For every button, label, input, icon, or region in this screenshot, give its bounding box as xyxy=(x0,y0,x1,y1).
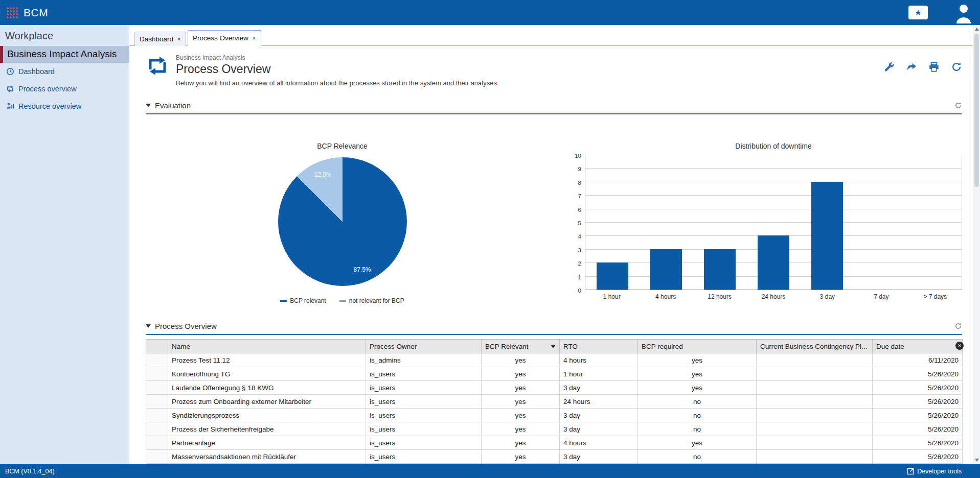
cell-due: 5/26/2020 xyxy=(873,436,963,450)
cell-due: 5/26/2020 xyxy=(873,367,963,381)
x-tick-label: 4 hours xyxy=(639,293,692,300)
table-row[interactable]: Kontoeröffnung TGis_usersyes1 houryes5/2… xyxy=(146,367,963,381)
process-table-wrap: Name Process Owner BCP Relevant RTO BCP … xyxy=(146,339,962,464)
cell-name: Prozess zum Onboarding externer Mitarbei… xyxy=(168,395,366,409)
table-close-icon[interactable]: ✕ xyxy=(955,342,964,350)
column-header-label: BCP Relevant xyxy=(485,343,529,350)
y-tick-label: 9 xyxy=(578,166,581,172)
row-handle[interactable] xyxy=(146,395,168,409)
tab-process-overview[interactable]: Process Overview × xyxy=(188,30,261,46)
x-tick-label: 24 hours xyxy=(746,293,800,300)
sidebar: Workplace Business Impact Analysis Dashb… xyxy=(0,25,129,464)
column-header-owner[interactable]: Process Owner xyxy=(366,340,482,353)
bar[interactable] xyxy=(704,249,736,290)
evaluation-section-header: Evaluation xyxy=(146,101,962,114)
pie-chart-title: BCP Relevance xyxy=(146,142,539,150)
share-forward-icon[interactable] xyxy=(906,61,917,73)
column-header-rto[interactable]: RTO xyxy=(560,340,638,353)
page-description: Below you will find an overview of all i… xyxy=(176,79,499,87)
cell-rto: 3 day xyxy=(560,422,638,436)
column-header-bcp-relevant[interactable]: BCP Relevant xyxy=(482,340,560,353)
tab-close-icon[interactable]: × xyxy=(177,36,181,43)
pie-chart-block: BCP Relevance 12.5% 87.5% BCP relevant n… xyxy=(146,142,539,304)
cell-cbcp xyxy=(757,450,873,464)
column-header-handle[interactable] xyxy=(146,340,168,353)
table-row[interactable]: Partneranlageis_usersyes4 hoursyes5/26/2… xyxy=(146,436,963,450)
scroll-up-icon[interactable] xyxy=(975,28,979,31)
tab-dashboard[interactable]: Dashboard × xyxy=(134,32,186,46)
table-row[interactable]: Prozess der Sicherheitenfreigabeis_users… xyxy=(146,422,963,436)
row-handle[interactable] xyxy=(146,422,168,436)
x-tick-label: 3 day xyxy=(801,293,854,300)
favorites-star-icon[interactable]: ★ xyxy=(908,6,928,19)
y-tick-label: 4 xyxy=(578,233,581,240)
app-version: BCM (V0.1.4_04) xyxy=(5,468,55,475)
column-header-due-date[interactable]: Due date xyxy=(873,340,963,353)
y-tick-label: 7 xyxy=(578,193,581,199)
y-tick-label: 10 xyxy=(575,153,581,159)
cell-name: Massenversandsaktionen mit Rückläufer xyxy=(168,450,366,464)
cell-rto: 3 day xyxy=(560,450,638,464)
table-row[interactable]: Laufende Offenlegung § 18 KWGis_usersyes… xyxy=(146,381,963,395)
y-tick-label: 8 xyxy=(578,180,581,186)
bar-slot xyxy=(801,155,854,290)
bar-slot xyxy=(639,155,693,290)
bar[interactable] xyxy=(811,182,843,290)
row-handle[interactable] xyxy=(146,381,168,395)
status-bar: BCM (V0.1.4_04) Developer tools xyxy=(0,464,980,478)
sidebar-item-dashboard[interactable]: Dashboard xyxy=(0,63,129,80)
sidebar-item-process-overview[interactable]: Process overview xyxy=(0,80,129,98)
refresh-icon[interactable] xyxy=(951,61,962,73)
cell-rto: 4 hours xyxy=(560,353,638,367)
legend-item[interactable]: BCP relevant xyxy=(280,297,326,304)
row-handle[interactable] xyxy=(146,450,168,464)
developer-tools-button[interactable]: Developer tools xyxy=(907,468,962,475)
section-refresh-icon[interactable] xyxy=(954,322,962,330)
collapse-arrow-icon[interactable] xyxy=(146,104,151,107)
tab-close-icon[interactable]: × xyxy=(253,35,256,42)
app-logo-icon xyxy=(6,7,18,19)
column-header-name[interactable]: Name xyxy=(168,340,366,353)
clock-icon xyxy=(6,67,14,76)
y-tick-label: 1 xyxy=(578,274,581,280)
scroll-down-icon[interactable] xyxy=(975,459,979,462)
bar-yaxis: 012345678910 xyxy=(568,155,585,290)
sidebar-item-resource-overview[interactable]: Resource overview xyxy=(0,98,129,115)
y-tick-label: 5 xyxy=(578,220,581,226)
bar[interactable] xyxy=(650,249,682,290)
table-row[interactable]: Prozess zum Onboarding externer Mitarbei… xyxy=(146,395,963,409)
filter-icon[interactable] xyxy=(551,345,556,348)
row-handle[interactable] xyxy=(146,436,168,450)
table-row[interactable]: Syndizierungsprozessis_usersyes3 dayno5/… xyxy=(146,409,963,422)
row-handle[interactable] xyxy=(146,353,168,367)
row-handle[interactable] xyxy=(146,409,168,422)
cell-required: no xyxy=(638,395,757,409)
bar[interactable] xyxy=(597,262,628,290)
collapse-arrow-icon[interactable] xyxy=(146,324,151,328)
section-refresh-icon[interactable] xyxy=(954,102,962,109)
print-icon[interactable] xyxy=(928,61,940,73)
legend-label: BCP relevant xyxy=(290,297,326,304)
vertical-scrollbar[interactable] xyxy=(973,25,980,464)
bar[interactable] xyxy=(758,235,789,290)
table-row[interactable]: Massenversandsaktionen mit Rückläuferis_… xyxy=(146,450,963,464)
row-handle[interactable] xyxy=(146,367,168,381)
legend-marker xyxy=(280,300,287,302)
column-header-cbcp[interactable]: Current Business Contingency Pl... xyxy=(757,340,873,353)
wrench-icon[interactable] xyxy=(883,61,895,73)
cell-required: no xyxy=(638,409,757,422)
pie-chart[interactable]: 12.5% 87.5% xyxy=(278,157,407,286)
legend-item[interactable]: not relevant for BCP xyxy=(339,297,404,304)
table-row[interactable]: Prozess Test 11.12is_adminsyes4 hoursyes… xyxy=(146,353,963,367)
bar-slot xyxy=(908,155,962,290)
sidebar-section-business-impact-analysis[interactable]: Business Impact Analysis xyxy=(0,46,129,63)
cell-due: 5/26/2020 xyxy=(873,450,963,464)
column-header-bcp-required[interactable]: BCP required xyxy=(638,340,757,353)
cell-relevant: yes xyxy=(482,450,560,464)
process-loop-icon xyxy=(6,85,14,93)
user-avatar-icon[interactable] xyxy=(954,2,973,23)
main-area: Dashboard × Process Overview × Business … xyxy=(129,25,973,464)
cell-relevant: yes xyxy=(482,409,560,422)
bar-chart-block: Distribution of downtime 012345678910 1 … xyxy=(559,142,962,304)
scrollbar-thumb[interactable] xyxy=(974,34,979,187)
